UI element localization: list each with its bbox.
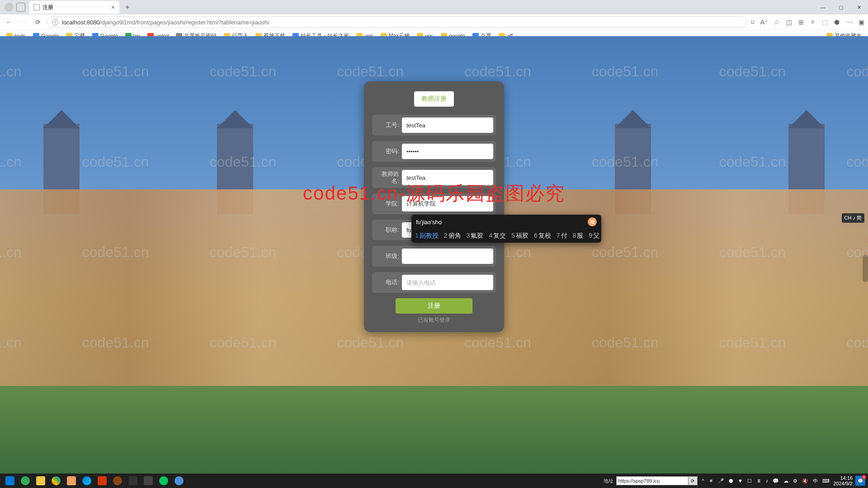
ime-candidate-5[interactable]: 5福胶 <box>511 232 528 240</box>
taskbar-app-5[interactable] <box>126 474 140 487</box>
collections-icon[interactable]: ⊞ <box>798 19 804 26</box>
taskbar-chrome[interactable] <box>49 474 63 487</box>
login-link[interactable]: 已有账号登录 <box>372 316 496 324</box>
tray-icon-2[interactable]: 🎤 <box>718 478 724 484</box>
favorite-icon[interactable]: ☆ <box>774 19 780 26</box>
close-window-button[interactable]: ✕ <box>850 1 868 14</box>
label-xingming: 教师姓名: <box>375 170 402 184</box>
url-host: localhost:8080 <box>62 19 100 26</box>
site-info-icon[interactable]: i <box>52 19 58 25</box>
field-banji: 班级: <box>372 246 496 267</box>
window-controls: — ▢ ✕ <box>814 1 868 14</box>
maximize-button[interactable]: ▢ <box>832 1 850 14</box>
text-size-icon[interactable]: A⁺ <box>760 19 768 26</box>
taskbar-app-7[interactable] <box>172 474 186 487</box>
address-bar-actions: ⌑ A⁺ ☆ ◫ ⊞ ✧ ⬚ ⬢ ⋯ ▣ <box>751 19 864 26</box>
extensions-icon[interactable]: ⬚ <box>822 19 828 26</box>
ime-logo-icon[interactable]: 搜 <box>588 217 597 226</box>
sidebar-icon[interactable]: ▣ <box>859 19 864 26</box>
label-xueyuan: 学院: <box>375 200 402 207</box>
menu-icon[interactable]: ⋯ <box>846 19 852 26</box>
taskbar-explorer[interactable] <box>33 474 48 487</box>
system-tray: ^ ☀ 🎤 ⬢ ▼ ☐ ⏸ ♪ 💬 ☁ ⚙ 🔇 中 ⌨ <box>702 478 830 484</box>
tray-icon-3[interactable]: ⬢ <box>729 478 733 484</box>
ime-candidate-3[interactable]: 3氟胶 <box>467 232 484 240</box>
field-xingming: 教师姓名: <box>372 167 496 188</box>
tray-up-icon[interactable]: ^ <box>702 478 704 483</box>
tray-ime-icon[interactable]: 中 <box>813 478 818 484</box>
label-dianhua: 电话: <box>375 279 402 286</box>
label-gonghao: 工号: <box>375 122 402 129</box>
taskbar-clock[interactable]: 14:16 2024/9/2 <box>833 475 853 486</box>
tray-icon-9[interactable]: ☁ <box>783 478 788 484</box>
taskbar-app-3[interactable] <box>95 474 109 487</box>
favorites-bar-icon[interactable]: ✧ <box>810 19 816 26</box>
input-xingming[interactable] <box>402 170 493 185</box>
tray-icon-10[interactable]: ⚙ <box>793 478 797 484</box>
ime-candidate-8[interactable]: 8服 <box>573 232 584 240</box>
taskbar-addr-go-button[interactable]: ⟳ <box>689 476 698 485</box>
label-mima: 密码: <box>375 148 402 155</box>
back-button[interactable]: ← <box>4 17 14 28</box>
start-button[interactable] <box>3 474 17 487</box>
notification-center-icon[interactable]: 💬 <box>855 476 865 486</box>
taskbar-app-2[interactable] <box>64 474 79 487</box>
ime-candidates: 1副教授 2俯角 3氟胶 4复交 5福胶 6复校 7付 8服 9父 ◂ ▸ ▾ <box>411 229 601 243</box>
taskbar-app-4[interactable] <box>110 474 125 487</box>
browser-tab[interactable]: 注册 × <box>29 1 119 14</box>
registration-title: 教师注册 <box>414 91 454 107</box>
input-dianhua[interactable] <box>402 275 493 290</box>
favicon-icon <box>33 4 40 10</box>
tray-icon-8[interactable]: 💬 <box>773 478 779 484</box>
tray-keyboard-icon[interactable]: ⌨ <box>822 478 830 484</box>
scrollbar-thumb[interactable] <box>863 255 868 282</box>
taskbar-addr-label: 地址 <box>604 478 613 484</box>
tray-icon-1[interactable]: ☀ <box>709 478 713 484</box>
field-mima: 密码: <box>372 141 496 162</box>
tray-volume-icon[interactable]: 🔇 <box>802 478 808 484</box>
ime-candidate-1[interactable]: 1副教授 <box>415 232 439 240</box>
tab-title: 注册 <box>42 4 53 11</box>
taskbar-addr-input[interactable]: https://spsp789.icu <box>616 476 689 485</box>
ime-candidate-7[interactable]: 7付 <box>557 232 567 240</box>
minimize-button[interactable]: — <box>814 1 832 14</box>
url-input[interactable]: i localhost:8080/django9l1md/front/pages… <box>47 16 747 28</box>
split-icon[interactable]: ◫ <box>786 19 792 26</box>
taskbar-app-6[interactable] <box>141 474 156 487</box>
reload-button[interactable]: ⟳ <box>33 17 43 28</box>
field-xueyuan: 学院: <box>372 193 496 214</box>
ime-composition: fu'jiao'sho <box>416 219 442 225</box>
tray-icon-6[interactable]: ⏸ <box>756 478 761 483</box>
page-viewport: code51.cncode51.cncode51.cncode51.cncode… <box>0 36 868 474</box>
register-button[interactable]: 注册 <box>396 298 472 314</box>
tab-actions-icon[interactable] <box>16 3 25 12</box>
forward-button[interactable]: → <box>18 17 29 28</box>
ime-candidate-2[interactable]: 2俯角 <box>444 232 461 240</box>
taskbar-wechat[interactable] <box>156 474 171 487</box>
profile-avatar-icon[interactable] <box>5 3 14 12</box>
tray-icon-5[interactable]: ☐ <box>747 478 752 484</box>
browser-chrome: 注册 × + — ▢ ✕ ← → ⟳ i localhost:8080/djan… <box>0 0 868 36</box>
ime-candidate-6[interactable]: 6复校 <box>534 232 551 240</box>
taskbar-edge[interactable] <box>80 474 94 487</box>
label-banji: 班级: <box>375 253 402 260</box>
ime-popup: fu'jiao'sho 搜 1副教授 2俯角 3氟胶 4复交 5福胶 6复校 7… <box>411 215 601 243</box>
ime-composition-row: fu'jiao'sho 搜 <box>411 215 601 229</box>
tab-close-icon[interactable]: × <box>111 4 115 11</box>
field-dianhua: 电话: <box>372 272 496 293</box>
new-tab-button[interactable]: + <box>122 2 133 13</box>
input-mima[interactable] <box>402 144 493 159</box>
input-xueyuan[interactable] <box>402 196 493 211</box>
input-banji[interactable] <box>402 249 493 264</box>
tray-icon-7[interactable]: ♪ <box>766 478 769 483</box>
tab-bar: 注册 × + — ▢ ✕ <box>0 0 868 14</box>
input-gonghao[interactable] <box>402 117 493 133</box>
tray-icon-4[interactable]: ▼ <box>738 478 743 483</box>
reader-icon[interactable]: ⌑ <box>751 19 754 26</box>
extension2-icon[interactable]: ⬢ <box>834 19 840 26</box>
ime-indicator[interactable]: CH ♪ 简 <box>842 213 865 223</box>
ime-candidate-9[interactable]: 9父 <box>589 232 599 240</box>
label-zhicheng: 职称: <box>375 226 402 234</box>
ime-candidate-4[interactable]: 4复交 <box>489 232 506 240</box>
taskbar-app-1[interactable] <box>18 474 33 487</box>
